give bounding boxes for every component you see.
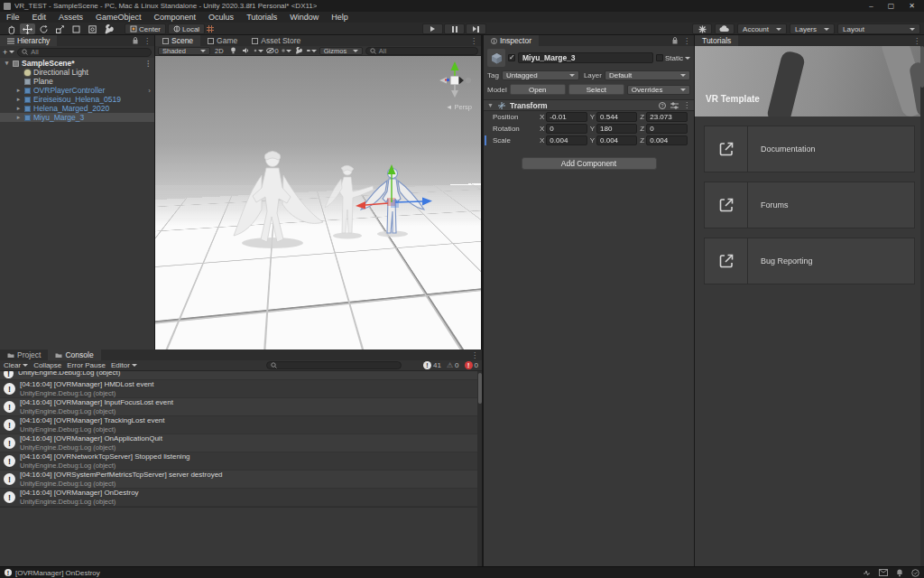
overrides-dropdown[interactable]: Overrides xyxy=(627,85,690,95)
static-checkbox[interactable] xyxy=(656,54,663,61)
component-menu-icon[interactable]: ⋮ xyxy=(683,101,690,109)
scene-search-input[interactable]: All xyxy=(365,47,478,55)
scene-audio-icon[interactable] xyxy=(241,47,251,55)
presets-icon[interactable] xyxy=(670,102,679,109)
model-select-button[interactable]: Select xyxy=(568,84,624,95)
y-value-field[interactable]: 0.544 xyxy=(596,112,637,122)
scene-effects-dropdown[interactable] xyxy=(254,47,263,55)
z-value-field[interactable]: 23.073 xyxy=(646,112,688,122)
maximize-button[interactable]: ▢ xyxy=(888,2,895,10)
collab-cloud-icon[interactable] xyxy=(715,23,735,34)
help-icon[interactable]: ? xyxy=(659,102,666,109)
panel-menu-icon[interactable]: ⋮ xyxy=(467,35,481,46)
scene-view-tab[interactable]: Scene xyxy=(155,35,200,46)
tab-inspector[interactable]: Inspector xyxy=(484,35,539,46)
menu-item[interactable]: Window xyxy=(283,12,325,23)
hierarchy-item[interactable]: ▸ Eireiseisou_Helena_0519 xyxy=(0,95,154,104)
log-entry[interactable]: ! [04:16:04] [OVRManager] HMDLost event … xyxy=(0,380,482,398)
menu-item[interactable]: Component xyxy=(148,12,203,23)
panel-menu-icon[interactable]: ⋮ xyxy=(910,35,924,46)
hierarchy-item[interactable]: Directional Light xyxy=(0,68,154,77)
rotate-tool-icon[interactable] xyxy=(36,23,51,34)
tag-dropdown[interactable]: Untagged xyxy=(502,70,579,80)
console-search-input[interactable] xyxy=(266,361,402,369)
hand-tool-icon[interactable] xyxy=(4,23,19,34)
minimize-button[interactable]: – xyxy=(869,2,873,10)
add-component-button[interactable]: Add Component xyxy=(522,157,657,170)
tutorials-scrollbar[interactable] xyxy=(920,46,924,566)
x-value-field[interactable]: 0.004 xyxy=(546,135,587,145)
log-entry[interactable]: ! [04:16:04] [OVRManager] OnApplicationQ… xyxy=(0,434,482,452)
log-entry[interactable]: ! [04:16:04] [OVRSystemPerfMetricsTcpSer… xyxy=(0,471,482,489)
clear-button[interactable]: Clear xyxy=(4,361,28,369)
layer-dropdown[interactable]: Default xyxy=(605,70,690,80)
menu-item[interactable]: File xyxy=(0,12,26,23)
static-dropdown[interactable]: Static xyxy=(656,54,690,62)
status-bar[interactable]: ! [OVRManager] OnDestroy xyxy=(0,566,924,578)
create-object-button[interactable]: + xyxy=(3,48,14,57)
menu-item[interactable]: GameObject xyxy=(89,12,148,23)
account-dropdown[interactable]: Account xyxy=(737,23,787,34)
scene-header-row[interactable]: ▾ SampleScene* ⋮ xyxy=(0,59,154,68)
2d-toggle[interactable]: 2D xyxy=(213,47,226,55)
transform-combined-tool-icon[interactable] xyxy=(85,23,100,34)
activity-status-icon[interactable] xyxy=(863,569,871,577)
foldout-icon[interactable]: ▾ xyxy=(4,60,10,67)
foldout-icon[interactable]: ▸ xyxy=(15,105,22,112)
x-value-field[interactable]: -0.01 xyxy=(546,112,587,122)
scene-view-tab[interactable]: Game xyxy=(200,35,245,46)
y-value-field[interactable]: 180 xyxy=(596,124,637,134)
log-entry-partial[interactable]: ! UnityEngine.Debug:Log (object) xyxy=(0,371,482,380)
foldout-icon[interactable]: ▸ xyxy=(15,87,22,94)
log-entry[interactable]: ! [04:16:04] [OVRNetworkTcpServer] Stopp… xyxy=(0,452,482,471)
console-area-tab[interactable]: Project xyxy=(0,350,48,360)
shading-mode-dropdown[interactable]: Shaded xyxy=(158,47,210,55)
model-open-button[interactable]: Open xyxy=(510,84,566,95)
rect-tool-icon[interactable] xyxy=(69,23,84,34)
foldout-icon[interactable]: ▸ xyxy=(15,114,22,121)
scale-tool-icon[interactable] xyxy=(52,23,68,34)
hierarchy-item[interactable]: ▸ OVRPlayerController › xyxy=(0,86,154,95)
transform-component-header[interactable]: ▼ Transform ? ⋮ xyxy=(484,99,694,111)
custom-tool-icon[interactable] xyxy=(101,23,116,34)
y-value-field[interactable]: 0.004 xyxy=(596,135,637,145)
x-value-field[interactable]: 0 xyxy=(546,124,587,134)
perspective-label[interactable]: ◄ Persp xyxy=(446,103,472,111)
scene-visibility-toggle[interactable]: 0 xyxy=(266,47,279,55)
z-value-field[interactable]: 0.004 xyxy=(646,135,688,145)
active-checkbox[interactable] xyxy=(508,54,515,61)
notification-status-icon[interactable] xyxy=(896,569,903,577)
hierarchy-search-input[interactable]: All xyxy=(17,48,152,57)
panel-menu-icon[interactable]: ⋮ xyxy=(467,350,482,360)
orientation-gizmo[interactable] xyxy=(436,60,474,99)
layers-dropdown[interactable]: Layers xyxy=(790,23,835,34)
lock-icon[interactable] xyxy=(131,35,140,46)
editor-dropdown[interactable]: Editor xyxy=(111,361,137,369)
tutorial-link-card[interactable]: Forums xyxy=(704,182,915,228)
scene-menu-icon[interactable]: ⋮ xyxy=(144,60,152,68)
tutorial-link-card[interactable]: Bug Reporting xyxy=(704,238,915,284)
model-thumbnail-icon[interactable] xyxy=(487,49,505,67)
hierarchy-item[interactable]: ▸ Helena_Marged_2020 xyxy=(0,104,154,113)
warning-count-toggle[interactable]: ⚠ 0 xyxy=(447,361,459,369)
object-name-field[interactable]: Miyu_Marge_3 xyxy=(518,52,653,63)
component-tools-icon[interactable] xyxy=(294,47,304,55)
lock-icon[interactable] xyxy=(670,35,679,46)
services-icon[interactable] xyxy=(692,23,712,34)
console-scrollbar[interactable] xyxy=(477,371,482,566)
step-button[interactable] xyxy=(466,23,486,34)
panel-menu-icon[interactable]: ⋮ xyxy=(679,35,694,46)
layout-dropdown[interactable]: Layout xyxy=(837,23,920,34)
grid-visibility-dropdown[interactable] xyxy=(282,47,291,55)
play-button[interactable] xyxy=(422,23,443,34)
tutorial-link-card[interactable]: Documentation xyxy=(704,126,915,172)
package-status-icon[interactable] xyxy=(879,569,888,576)
error-count-toggle[interactable]: ! 0 xyxy=(465,361,478,369)
scene-lighting-icon[interactable] xyxy=(228,47,238,55)
menu-item[interactable]: Help xyxy=(325,12,355,23)
move-tool-icon[interactable] xyxy=(20,23,35,34)
log-entry[interactable]: ! [04:16:04] [OVRManager] OnDestroy Unit… xyxy=(0,489,482,507)
error-pause-toggle[interactable]: Error Pause xyxy=(67,361,106,369)
console-area-tab[interactable]: Console xyxy=(48,350,100,360)
gizmos-dropdown[interactable]: Gizmos xyxy=(319,47,363,55)
